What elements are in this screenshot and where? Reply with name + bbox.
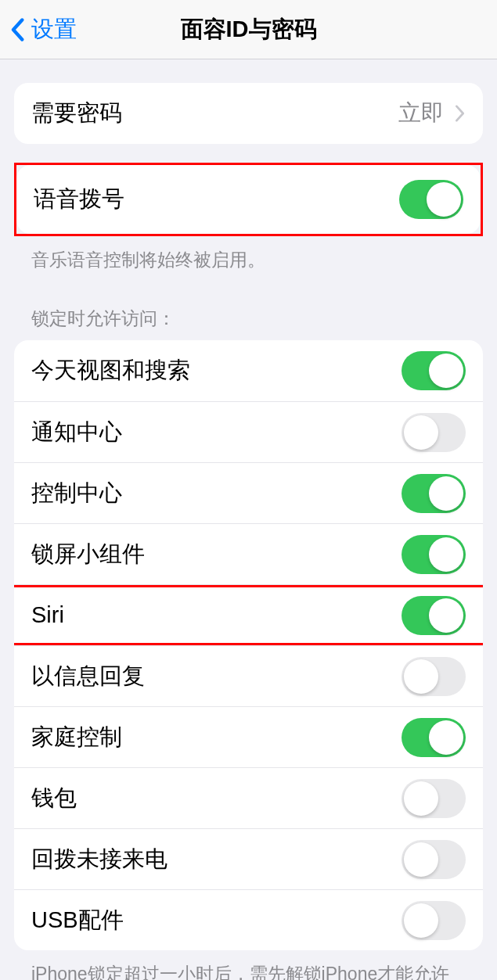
chevron-right-icon [455,105,466,122]
locked-access-card: 今天视图和搜索通知中心控制中心锁屏小组件Siri以信息回复家庭控制钱包回拨未接来… [14,340,483,950]
locked-access-row: 以信息回复 [14,645,483,706]
locked-access-toggle[interactable] [402,779,466,818]
locked-access-item-label: Siri [31,602,64,628]
require-passcode-label: 需要密码 [31,98,122,129]
require-passcode-card: 需要密码 立即 [14,83,483,144]
locked-access-item-label: 通知中心 [31,417,122,448]
back-button[interactable]: 设置 [0,14,77,45]
voice-dial-footer: 音乐语音控制将始终被启用。 [14,236,483,272]
locked-access-toggle[interactable] [402,474,466,513]
locked-access-toggle[interactable] [402,596,466,635]
locked-access-item-label: 今天视图和搜索 [31,355,190,386]
require-passcode-value: 立即 [398,98,466,129]
locked-access-row: 通知中心 [14,401,483,462]
page-title: 面容ID与密码 [181,14,317,45]
locked-access-row: 家庭控制 [14,706,483,767]
locked-access-toggle[interactable] [402,840,466,879]
locked-access-toggle[interactable] [402,901,466,940]
locked-access-item-label: 控制中心 [31,478,122,509]
locked-access-toggle[interactable] [402,718,466,757]
locked-access-header: 锁定时允许访问： [14,307,483,340]
back-label: 设置 [31,14,77,45]
locked-access-item-label: 锁屏小组件 [31,539,145,570]
locked-access-row: USB配件 [14,889,483,950]
locked-access-item-label: 回拨未接来电 [31,844,167,875]
locked-access-row: 钱包 [14,767,483,828]
locked-access-row: 锁屏小组件 [14,523,483,584]
locked-access-item-label: 钱包 [31,783,77,814]
locked-access-row: 控制中心 [14,462,483,523]
chevron-left-icon [9,18,25,41]
require-passcode-row[interactable]: 需要密码 立即 [14,83,483,144]
voice-dial-label: 语音拨号 [34,184,124,215]
voice-dial-row: 语音拨号 [16,165,481,234]
locked-access-row: 今天视图和搜索 [14,340,483,401]
locked-access-footer: iPhone锁定超过一小时后，需先解锁iPhone才能允许USB配件连接。 [14,950,483,980]
locked-access-item-label: 家庭控制 [31,722,122,753]
navigation-header: 设置 面容ID与密码 [0,0,497,59]
locked-access-row: Siri [14,584,483,645]
locked-access-toggle[interactable] [402,535,466,574]
locked-access-item-label: USB配件 [31,905,124,936]
locked-access-toggle[interactable] [402,413,466,452]
locked-access-toggle[interactable] [402,351,466,390]
voice-dial-toggle[interactable] [399,180,463,219]
locked-access-row: 回拨未接来电 [14,828,483,889]
locked-access-toggle[interactable] [402,657,466,696]
voice-dial-highlight: 语音拨号 [14,163,483,236]
locked-access-item-label: 以信息回复 [31,661,145,692]
